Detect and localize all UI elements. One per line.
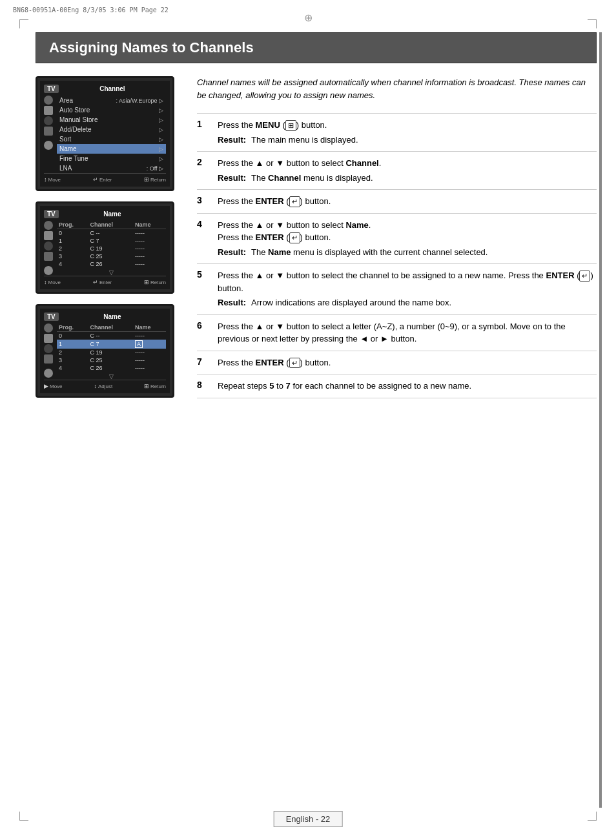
s3-ch-4: C 26 xyxy=(88,364,133,372)
result-label-2: Result: xyxy=(218,172,246,185)
footer-adjust-3: ↕ Adjust xyxy=(94,383,112,389)
result-row-2: Result: The Channel menu is displayed. xyxy=(218,172,594,185)
table-row: 4 C 26 ----- xyxy=(57,364,166,372)
enter-btn-icon-3: ↵ xyxy=(289,196,300,207)
menu-name-arrow: ▷ xyxy=(159,146,163,152)
tv-screen-2: TV Name xyxy=(36,201,174,294)
menu-manualstore-label: Manual Store xyxy=(59,116,98,123)
corner-mark-br xyxy=(588,812,597,821)
step-row-7: 7 Press the ENTER (↵) button. xyxy=(197,351,597,374)
step-content-5: Press the ▲ or ▼ button to select the ch… xyxy=(215,264,597,315)
tv-screen-2-body: Prog. Channel Name 0 C -- xyxy=(44,221,166,276)
return-label-3: Return xyxy=(150,384,166,389)
intro-paragraph: Channel names will be assigned automatic… xyxy=(197,76,597,101)
side-icon-3-4 xyxy=(44,354,53,364)
step-row-6: 6 Press the ▲ or ▼ button to select a le… xyxy=(197,314,597,351)
side-icon-5 xyxy=(44,141,53,150)
step-content-8: Repeat steps 5 to 7 for each channel to … xyxy=(215,374,597,398)
step-ref-7: 7 xyxy=(286,381,291,391)
corner-mark-bl xyxy=(19,812,28,821)
page-title: Assigning Names to Channels xyxy=(49,39,583,56)
scroll-indicator-3: ▽ xyxy=(57,372,166,380)
steps-table: 1 Press the MENU (⊞) button. Result: The… xyxy=(197,113,597,398)
move-icon-3: ▶ xyxy=(44,383,48,389)
step-row-1: 1 Press the MENU (⊞) button. Result: The… xyxy=(197,114,597,152)
step-num-2: 2 xyxy=(197,152,215,190)
side-icon-3-2 xyxy=(44,334,53,343)
adjust-icon-3: ↕ xyxy=(94,383,97,389)
enter-icon-1: ↵ xyxy=(93,176,98,183)
step-content-7: Press the ENTER (↵) button. xyxy=(215,351,597,374)
s3-ch-3: C 25 xyxy=(88,356,133,364)
adjust-label-3: Adjust xyxy=(98,384,112,389)
result-row-4: Result: The Name menu is displayed with … xyxy=(218,246,594,259)
return-icon-2: ⊞ xyxy=(144,279,149,285)
tv-screen-3-footer: ▶ Move ↕ Adjust ⊞ Return xyxy=(44,380,166,389)
move-icon-1: ↕ xyxy=(44,176,47,183)
enter-icon-2: ↵ xyxy=(93,279,98,285)
tv-screen-3: TV Name xyxy=(36,304,174,398)
result-row-5: Result: Arrow indications are displayed … xyxy=(218,296,594,309)
enter-label-1: Enter xyxy=(99,177,112,183)
menu-btn-icon-1: ⊞ xyxy=(285,120,296,130)
enter-key-7: ENTER xyxy=(256,358,284,367)
result-text-4: The Name menu is displayed with the curr… xyxy=(251,246,488,259)
s3-name-1: A xyxy=(133,340,166,349)
tv-label-3: TV xyxy=(44,312,59,321)
menu-autostore-arrow: ▷ xyxy=(159,107,163,114)
side-icons-2 xyxy=(44,221,53,276)
col-name-2: Name xyxy=(133,221,166,229)
corner-mark-tl xyxy=(19,19,28,28)
result-label-4: Result: xyxy=(218,246,246,259)
side-icon-3-5 xyxy=(44,369,53,378)
table-row-active: 1 C 7 A xyxy=(57,340,166,349)
side-icons xyxy=(44,96,53,173)
prog-3: 3 xyxy=(57,252,88,260)
footer-return-3: ⊞ Return xyxy=(144,383,166,389)
tv-screen-3-header: TV Name xyxy=(44,312,166,321)
step-num-6: 6 xyxy=(197,314,215,351)
step-row-5: 5 Press the ▲ or ▼ button to select the … xyxy=(197,264,597,315)
step-row-2: 2 Press the ▲ or ▼ button to select Chan… xyxy=(197,152,597,190)
menu-name-label: Name xyxy=(59,145,77,152)
return-icon-3: ⊞ xyxy=(144,383,149,389)
tv-channel-label-1: Channel xyxy=(59,85,166,92)
side-icon-2-5 xyxy=(44,266,53,275)
return-icon-1: ⊞ xyxy=(144,176,149,183)
col-prog-2: Prog. xyxy=(57,221,88,229)
enter-label-2: Enter xyxy=(99,280,112,285)
ch-3: C 25 xyxy=(88,252,133,260)
tv-screen-2-table-wrap: Prog. Channel Name 0 C -- xyxy=(57,221,166,276)
side-icon-1 xyxy=(44,96,53,105)
footer-return-1: ⊞ Return xyxy=(144,176,166,183)
side-icon-2 xyxy=(44,106,53,115)
col-channel-3: Channel xyxy=(88,323,133,332)
step-row-4: 4 Press the ▲ or ▼ button to select Name… xyxy=(197,213,597,264)
menu-adddelete-label: Add/Delete xyxy=(59,126,91,133)
result-label-5: Result: xyxy=(218,296,246,309)
menu-adddelete-arrow: ▷ xyxy=(159,127,163,133)
ch-4: C 26 xyxy=(88,260,133,268)
menu-item-autostore: Auto Store ▷ xyxy=(57,105,166,115)
reg-mark-top: ⊕ xyxy=(304,12,313,24)
move-label-2: Move xyxy=(48,280,61,285)
prog-1: 1 xyxy=(57,237,88,245)
name-term-result-4: Name xyxy=(268,247,291,257)
tv-screen-2-header: TV Name xyxy=(44,210,166,218)
menu-sort-label: Sort xyxy=(59,136,71,143)
table-row: 4 C 26 ----- xyxy=(57,260,166,268)
tv-screen-1-body: Area : Asia/W.Europe ▷ Auto Store ▷ Manu… xyxy=(44,96,166,173)
move-label-3: Move xyxy=(50,384,63,389)
footer-move-3: ▶ Move xyxy=(44,383,63,389)
s3-ch-0: C -- xyxy=(88,332,133,340)
two-col-layout: TV Channel xyxy=(36,76,597,408)
table-row: 2 C 19 ----- xyxy=(57,349,166,356)
side-icon-2-2 xyxy=(44,231,53,240)
tv-name-label-3: Name xyxy=(59,313,166,320)
side-icons-3 xyxy=(44,323,53,380)
footer-move-2: ↕ Move xyxy=(44,279,61,285)
step-row-8: 8 Repeat steps 5 to 7 for each channel t… xyxy=(197,374,597,398)
corner-mark-tr xyxy=(588,19,597,28)
menu-manualstore-arrow: ▷ xyxy=(159,117,163,123)
table-row: 3 C 25 ----- xyxy=(57,356,166,364)
